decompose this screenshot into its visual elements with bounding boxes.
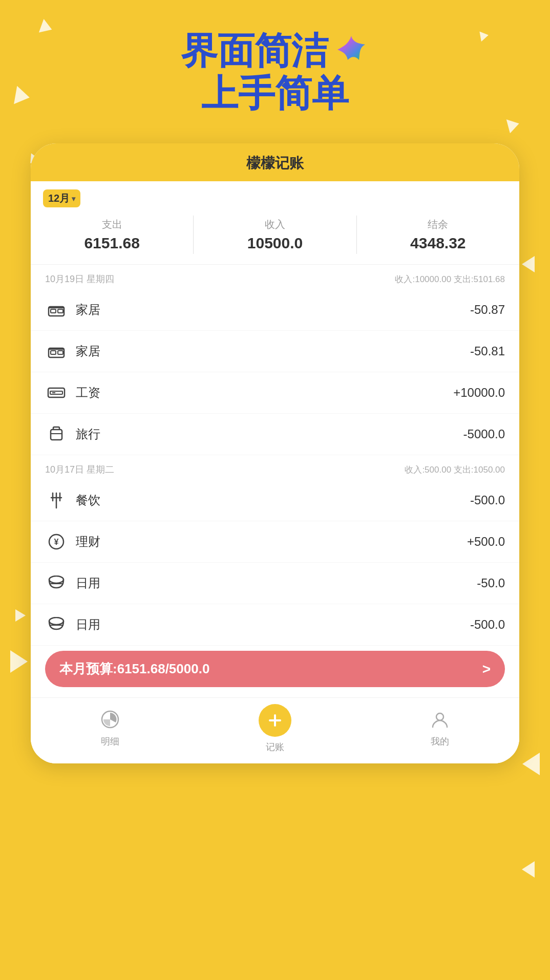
transaction-amount-4: -5000.0 — [463, 427, 505, 441]
decorative-triangle-7 — [522, 753, 540, 775]
home-icon-1 — [45, 299, 68, 321]
stat-balance: 结余 4348.32 — [356, 216, 519, 254]
transaction-name-1: 家居 — [76, 302, 470, 318]
decorative-triangle-4 — [506, 117, 521, 134]
svg-rect-11 — [51, 430, 62, 440]
income-label: 收入 — [194, 218, 356, 231]
decorative-triangle-8 — [522, 256, 535, 272]
app-title: 檬檬记账 — [31, 154, 519, 181]
transaction-name-4: 旅行 — [76, 426, 463, 442]
salary-icon — [45, 381, 68, 404]
transaction-amount-1: -50.87 — [470, 303, 505, 317]
transaction-name-6: 理财 — [76, 534, 467, 550]
transaction-amount-2: -50.81 — [470, 344, 505, 358]
svg-rect-1 — [51, 309, 56, 313]
balance-value: 4348.32 — [357, 235, 519, 252]
profile-label: 我的 — [431, 735, 449, 748]
expense-label: 支出 — [31, 218, 193, 231]
date-header-2: 10月17日 星期二 收入:500.00 支出:1050.00 — [31, 455, 519, 480]
month-label: 12月 — [48, 191, 70, 205]
balance-label: 结余 — [357, 218, 519, 231]
svg-text:¥: ¥ — [54, 538, 59, 546]
transaction-name-2: 家居 — [76, 343, 470, 359]
stat-income: 收入 10500.0 — [193, 216, 356, 254]
svg-point-22 — [49, 617, 64, 625]
app-header: 檬檬记账 — [31, 143, 519, 181]
transaction-item-3[interactable]: 工资 +10000.0 — [31, 372, 519, 414]
daily-icon-2 — [45, 613, 68, 636]
travel-icon — [45, 423, 68, 445]
budget-arrow-icon: > — [482, 661, 491, 677]
month-badge[interactable]: 12月 ▾ — [43, 189, 80, 207]
month-arrow-icon: ▾ — [72, 195, 75, 203]
transaction-amount-8: -500.0 — [470, 617, 505, 632]
add-button-circle[interactable] — [259, 704, 291, 737]
transaction-item-4[interactable]: 旅行 -5000.0 — [31, 414, 519, 455]
transaction-amount-5: -500.0 — [470, 493, 505, 507]
transaction-item-8[interactable]: 日用 -500.0 — [31, 604, 519, 646]
decorative-triangle-6 — [10, 650, 28, 673]
finance-icon: ¥ — [45, 530, 68, 553]
transaction-item-5[interactable]: 餐饮 -500.0 — [31, 480, 519, 521]
hero-section: 界面简洁 上手简单 — [0, 31, 550, 116]
transaction-name-3: 工资 — [76, 385, 453, 401]
transaction-name-8: 日用 — [76, 616, 470, 633]
stats-card: 12月 ▾ 支出 6151.68 收入 10500.0 结余 4348.32 1… — [31, 181, 519, 763]
star-icon — [333, 33, 369, 69]
hero-text-2: 上手简单 — [201, 73, 349, 114]
profile-icon — [430, 710, 450, 733]
decorative-triangle-9 — [522, 861, 535, 878]
svg-point-20 — [49, 576, 64, 583]
date-header-1: 10月19日 星期四 收入:10000.00 支出:5101.68 — [31, 265, 519, 289]
date-label-1: 10月19日 星期四 — [45, 273, 114, 285]
expense-value: 6151.68 — [31, 235, 193, 252]
transaction-item-6[interactable]: ¥ 理财 +500.0 — [31, 521, 519, 563]
budget-bar[interactable]: 本月预算:6151.68/5000.0 > — [45, 651, 505, 687]
hero-line2: 上手简单 — [0, 71, 550, 115]
transaction-amount-6: +500.0 — [467, 535, 505, 549]
nav-item-add[interactable]: 记账 — [259, 704, 291, 753]
transaction-name-7: 日用 — [76, 575, 477, 591]
bottom-nav: 明细 记账 我的 — [31, 697, 519, 763]
home-icon-2 — [45, 340, 68, 363]
hero-line1: 界面简洁 — [0, 31, 550, 71]
date-summary-2: 收入:500.00 支出:1050.00 — [405, 464, 505, 476]
daily-icon-1 — [45, 572, 68, 594]
nav-item-profile[interactable]: 我的 — [430, 710, 450, 748]
date-label-2: 10月17日 星期二 — [45, 463, 114, 476]
stat-expense: 支出 6151.68 — [31, 216, 193, 254]
transaction-name-5: 餐饮 — [76, 492, 470, 508]
nav-item-detail[interactable]: 明细 — [100, 710, 120, 748]
svg-point-27 — [436, 713, 443, 720]
svg-rect-6 — [58, 351, 63, 354]
transaction-item-1[interactable]: 家居 -50.87 — [31, 289, 519, 331]
transaction-item-2[interactable]: 家居 -50.81 — [31, 331, 519, 372]
svg-rect-2 — [58, 309, 63, 313]
month-selector[interactable]: 12月 ▾ — [31, 181, 519, 211]
budget-label: 本月预算:6151.68/5000.0 — [59, 660, 209, 678]
transaction-amount-7: -50.0 — [477, 576, 505, 590]
svg-rect-9 — [50, 391, 62, 394]
detail-icon — [100, 710, 120, 733]
add-label: 记账 — [266, 741, 284, 753]
income-value: 10500.0 — [194, 235, 356, 252]
date-summary-1: 收入:10000.00 支出:5101.68 — [395, 273, 505, 285]
transaction-item-7[interactable]: 日用 -50.0 — [31, 563, 519, 604]
stats-row: 支出 6151.68 收入 10500.0 结余 4348.32 — [31, 211, 519, 265]
svg-rect-5 — [51, 351, 56, 354]
food-icon — [45, 489, 68, 512]
hero-text-1: 界面简洁 — [181, 31, 328, 71]
phone-mockup: 檬檬记账 12月 ▾ 支出 6151.68 收入 10500.0 结余 4348… — [31, 143, 519, 763]
detail-label: 明细 — [101, 735, 119, 748]
decorative-triangle-10 — [15, 609, 26, 622]
transaction-amount-3: +10000.0 — [453, 386, 505, 400]
